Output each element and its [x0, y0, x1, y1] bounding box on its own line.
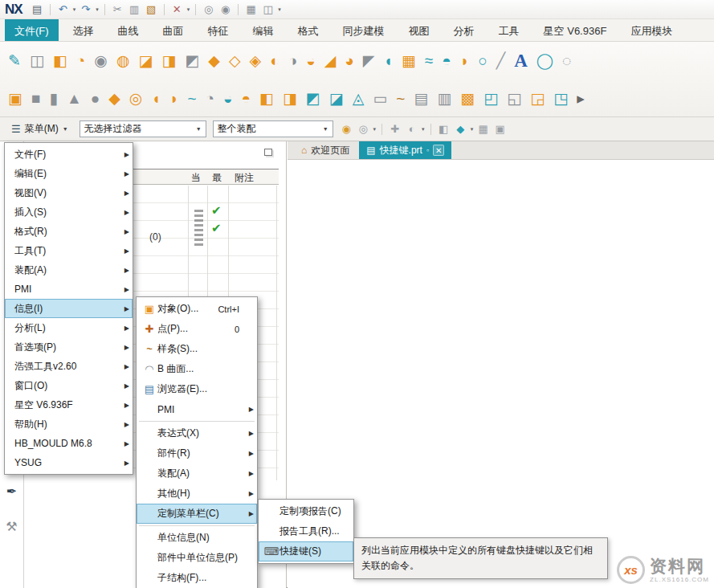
- face-icon[interactable]: ◰: [483, 91, 498, 106]
- column-header-current[interactable]: 当: [191, 171, 201, 185]
- intersect-icon[interactable]: ◈: [250, 53, 262, 68]
- panel-window-button[interactable]: [264, 149, 272, 156]
- menu-information-item-6[interactable]: 表达式(X)▶: [137, 423, 257, 443]
- menu-main-item-11[interactable]: 浩强工具v2.60▶: [5, 357, 133, 376]
- menu-information-item-10[interactable]: 定制菜单栏(C)▶: [137, 504, 257, 524]
- ribbon-tab-12[interactable]: 应用模块: [621, 19, 682, 41]
- paste-icon[interactable]: ▧: [145, 4, 158, 14]
- ribbon-tab-6[interactable]: 格式: [288, 19, 328, 41]
- subtract-icon[interactable]: ◇: [229, 53, 241, 68]
- redo-icon[interactable]: ↷: [79, 4, 92, 14]
- menu-information-item-5[interactable]: PMI▶: [137, 399, 257, 419]
- annotation-tool-icon[interactable]: ✒: [5, 485, 18, 498]
- layout-icon[interactable]: ▦: [244, 4, 258, 14]
- offset-surface-icon[interactable]: ◖: [151, 91, 160, 106]
- tab-shortcut-part[interactable]: ▤快捷键.prt▫✕: [359, 141, 451, 159]
- menu-main-item-3[interactable]: 插入(S)▶: [5, 202, 133, 222]
- detach-tab-icon[interactable]: ▫: [426, 146, 429, 154]
- snap-point-icon[interactable]: ✚: [388, 124, 402, 134]
- draft-icon[interactable]: ◢: [324, 53, 337, 68]
- ribbon-tab-11[interactable]: 星空 V6.936F: [534, 19, 617, 41]
- column-header-latest[interactable]: 最: [212, 171, 222, 185]
- selbar-dropdown-icon[interactable]: ▾: [422, 126, 425, 133]
- ruled-surface-icon[interactable]: ◓: [442, 53, 451, 68]
- view-section-icon[interactable]: ◳: [553, 91, 568, 106]
- menu-information-item-2[interactable]: ~样条(S)...: [137, 339, 257, 359]
- menu-custom-menubar-item-0[interactable]: 定制项报告(C): [259, 501, 353, 521]
- ribbon-tab-4[interactable]: 特征: [198, 19, 239, 41]
- sweep-icon[interactable]: ≈: [425, 53, 433, 68]
- offset-face-icon[interactable]: ◨: [283, 91, 297, 106]
- work-part-ball-icon[interactable]: ◉: [340, 124, 353, 134]
- datum-plane-icon[interactable]: ◫: [30, 53, 44, 68]
- prism-icon[interactable]: ◆: [108, 91, 120, 106]
- menu-information-item-12[interactable]: 部件中单位信息(P): [137, 548, 257, 568]
- menu-information-item-7[interactable]: 部件(R)▶: [137, 443, 257, 463]
- menu-main-item-5[interactable]: 工具(T)▶: [5, 241, 133, 260]
- touch-mode-icon[interactable]: ◉: [218, 4, 232, 14]
- midpoint-snap-icon[interactable]: ◐: [405, 124, 418, 134]
- emboss-icon[interactable]: ◩: [185, 53, 199, 68]
- unite-icon[interactable]: ◆: [208, 53, 220, 68]
- menu-main-item-8[interactable]: 信息(I)▶: [5, 299, 133, 318]
- menu-information-item-13[interactable]: 子结构(F)...: [137, 568, 257, 588]
- tab-welcome-page[interactable]: ⌂欢迎页面: [294, 141, 357, 159]
- sew-icon[interactable]: ◓: [241, 91, 250, 106]
- menu-main-item-16[interactable]: YSUG▶: [5, 453, 133, 472]
- column-header-note[interactable]: 附注: [235, 171, 254, 185]
- split-body-icon[interactable]: ◑: [288, 53, 297, 68]
- delete-icon[interactable]: ✕: [170, 4, 184, 14]
- menu-custom-menubar-item-1[interactable]: 报告工具(R)...: [259, 521, 353, 541]
- menu-main-item-6[interactable]: 装配(A)▶: [5, 260, 133, 280]
- sketch-icon[interactable]: ✎: [8, 53, 21, 68]
- hole-icon[interactable]: ◉: [94, 53, 108, 68]
- revolved-surface-icon[interactable]: ◔: [206, 91, 214, 106]
- selection-box-icon[interactable]: ◧: [437, 124, 451, 134]
- titlebar-dropdown-icon[interactable]: ▾: [73, 6, 76, 13]
- x-form-icon[interactable]: ◪: [329, 91, 344, 106]
- titlebar-dropdown-icon[interactable]: ▾: [96, 6, 99, 13]
- menu-main-item-2[interactable]: 视图(V)▶: [5, 183, 133, 202]
- studio-spline-icon[interactable]: ~: [396, 91, 405, 106]
- menu-information-item-0[interactable]: ▣对象(O)...Ctrl+I: [137, 299, 257, 319]
- menu-main-item-10[interactable]: 首选项(P)▶: [5, 337, 133, 357]
- swept-icon[interactable]: ~: [187, 91, 196, 106]
- highlight-body-icon[interactable]: ◆: [454, 124, 467, 134]
- revolve-icon[interactable]: ◔: [76, 53, 85, 68]
- titlebar-dropdown-icon[interactable]: ▾: [187, 6, 190, 13]
- cube-icon[interactable]: ■: [31, 91, 40, 106]
- menu-main-item-1[interactable]: 编辑(E)▶: [5, 164, 133, 183]
- ribbon-tab-10[interactable]: 工具: [489, 19, 529, 41]
- mirror-feature-icon[interactable]: ◖: [383, 53, 392, 68]
- extrude-icon[interactable]: ◧: [53, 53, 67, 68]
- selbar-dropdown-icon[interactable]: ▾: [373, 126, 377, 133]
- menu-main-item-12[interactable]: 窗口(O)▶: [5, 376, 133, 395]
- menu-custom-menubar-item-2[interactable]: ⌨快捷键(S): [259, 541, 353, 561]
- selbar-dropdown-icon[interactable]: ▾: [471, 126, 474, 133]
- pad-icon[interactable]: ◨: [161, 53, 176, 68]
- ribbon-tab-5[interactable]: 编辑: [243, 19, 284, 41]
- copy-icon[interactable]: ▥: [128, 4, 141, 14]
- menu-main-item-15[interactable]: HB_MOULD M6.8▶: [5, 434, 133, 453]
- pattern-feature-icon[interactable]: ▦: [402, 53, 416, 68]
- window-icon[interactable]: ◫: [261, 4, 275, 14]
- undo-icon[interactable]: ↶: [56, 4, 70, 14]
- save-icon[interactable]: ▤: [31, 4, 44, 14]
- ribbon-tab-7[interactable]: 同步建模: [333, 19, 394, 41]
- menu-main-item-0[interactable]: 文件(F)▶: [5, 145, 133, 164]
- boss-icon[interactable]: ◍: [116, 53, 130, 68]
- cylinder-icon[interactable]: ▮: [49, 91, 57, 106]
- menu-button[interactable]: ☰ 菜单(M) ▼: [6, 119, 73, 139]
- menu-main-item-13[interactable]: 星空 V6.936F▶: [5, 395, 133, 414]
- menu-main-item-7[interactable]: PMI▶: [5, 280, 133, 299]
- repeat-command-icon[interactable]: ◎: [202, 4, 215, 14]
- block-icon[interactable]: ▣: [8, 91, 22, 106]
- trim-body-icon[interactable]: ◐: [270, 53, 279, 68]
- flange-icon[interactable]: ◗: [169, 91, 178, 106]
- text-icon[interactable]: A: [514, 51, 528, 70]
- menu-main-item-9[interactable]: 分析(L)▶: [5, 318, 133, 337]
- utility-tool-icon[interactable]: ⚒: [5, 521, 18, 533]
- ribbon-tab-8[interactable]: 视图: [399, 19, 439, 41]
- group-icon[interactable]: ▥: [437, 91, 451, 106]
- ribbon-tab-0[interactable]: 文件(F): [5, 19, 59, 41]
